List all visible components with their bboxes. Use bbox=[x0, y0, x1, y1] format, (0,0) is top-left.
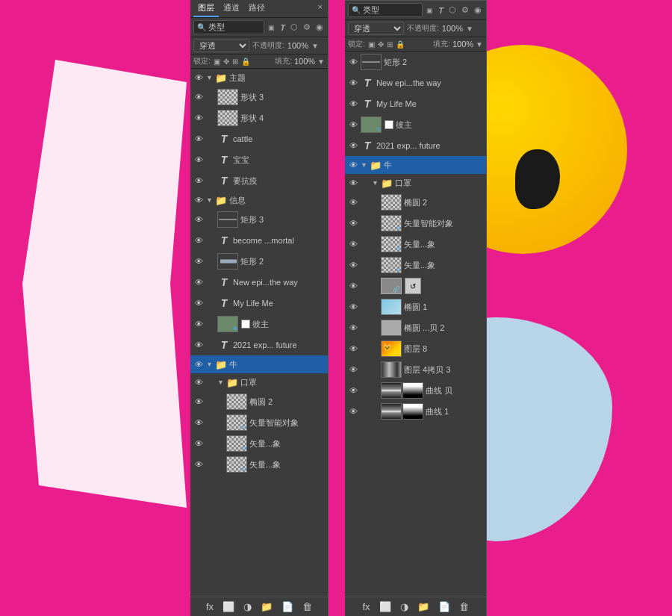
right-filter-toggle[interactable]: ◉ bbox=[473, 4, 483, 16]
tab-paths[interactable]: 路径 bbox=[244, 0, 270, 17]
fill-arrow[interactable]: ▼ bbox=[317, 57, 325, 66]
arrow-theme[interactable]: ▼ bbox=[206, 74, 213, 81]
right-fill-value[interactable]: 100% bbox=[452, 40, 473, 49]
right-filter-pixel-icon[interactable]: ▣ bbox=[425, 6, 435, 15]
eye-mask-group[interactable]: 👁 bbox=[193, 378, 204, 387]
right-layer-group-mask[interactable]: 👁 ▼ 📁 口罩 bbox=[345, 174, 486, 192]
eye-vector-xiang2[interactable]: 👁 bbox=[193, 460, 204, 469]
layer-shape3[interactable]: 👁 形状 3 bbox=[190, 87, 328, 108]
layer-ellipse2[interactable]: 👁 椭圆 2 bbox=[190, 391, 328, 412]
layer-group-theme[interactable]: 👁 ▼ 📁 主题 bbox=[190, 69, 328, 87]
arrow-info[interactable]: ▼ bbox=[206, 196, 213, 204]
right-delete-button[interactable]: 🗑 bbox=[456, 600, 472, 614]
eye-zhuzhu[interactable]: 👁 bbox=[193, 320, 204, 329]
right-new-layer-button[interactable]: 📄 bbox=[435, 600, 453, 614]
right-lock-pixel-btn[interactable]: ▣ bbox=[367, 40, 376, 49]
eye-cow[interactable]: 👁 bbox=[193, 360, 204, 369]
right-layer-group-cow[interactable]: 👁 ▼ 📁 牛 bbox=[345, 156, 486, 174]
right-fill-arrow[interactable]: ▼ bbox=[476, 40, 483, 49]
right-eye-ellipse1[interactable]: 👁 bbox=[348, 302, 358, 311]
eye-shape3[interactable]: 👁 bbox=[193, 93, 204, 102]
layer-baobao[interactable]: 👁 T 宝宝 bbox=[190, 149, 328, 170]
right-eye-image4copy3[interactable]: 👁 bbox=[348, 365, 358, 374]
right-filter-shape-icon[interactable]: ⬡ bbox=[447, 4, 458, 16]
layer-rect2[interactable]: 👁 矩形 2 bbox=[190, 251, 328, 272]
layer-cattle[interactable]: 👁 T cattle bbox=[190, 128, 328, 149]
filter-pixel-icon[interactable]: ▣ bbox=[267, 23, 276, 32]
layer-new-epi-way[interactable]: 👁 T New epi...the way bbox=[190, 272, 328, 293]
right-fx-button[interactable]: fx bbox=[359, 600, 373, 614]
right-eye-ellipse2[interactable]: 👁 bbox=[348, 198, 358, 207]
add-mask-button[interactable]: ⬜ bbox=[220, 600, 237, 614]
eye-become-mortal[interactable]: 👁 bbox=[193, 236, 204, 245]
right-group-button[interactable]: 📁 bbox=[414, 600, 432, 614]
right-layer-ellipse1[interactable]: 👁 椭圆 1 bbox=[345, 296, 486, 317]
lock-pixel-btn[interactable]: ▣ bbox=[213, 57, 221, 66]
arrow-mask[interactable]: ▼ bbox=[217, 379, 224, 386]
filter-shape-icon[interactable]: ⬡ bbox=[289, 22, 299, 33]
right-layer-2021[interactable]: 👁 T 2021 exp... future bbox=[345, 135, 486, 156]
right-arrow-mask[interactable]: ▼ bbox=[372, 179, 379, 187]
layer-become-mortal[interactable]: 👁 T become ...mortal bbox=[190, 230, 328, 251]
right-eye-image8[interactable]: 👁 bbox=[348, 344, 358, 353]
lock-artboard-btn[interactable]: ⊞ bbox=[231, 57, 239, 66]
lock-all-btn[interactable]: 🔒 bbox=[240, 57, 251, 66]
right-layer-zhuzhu[interactable]: 👁 ⚙ 彼主 bbox=[345, 114, 486, 135]
right-eye-curve-bei[interactable]: 👁 bbox=[348, 386, 358, 395]
right-eye-special[interactable]: 👁 bbox=[348, 281, 358, 290]
right-filter-text-icon[interactable]: T bbox=[437, 5, 445, 16]
eye-shape4[interactable]: 👁 bbox=[193, 113, 204, 122]
right-layer-new-epi[interactable]: 👁 T New epi...the way bbox=[345, 72, 486, 93]
right-layer-special[interactable]: 👁 🔗 ↺ bbox=[345, 276, 486, 296]
eye-baobao[interactable]: 👁 bbox=[193, 155, 204, 164]
eye-info[interactable]: 👁 bbox=[193, 196, 204, 205]
right-filter-type-box[interactable]: 🔍 类型 bbox=[348, 3, 423, 17]
right-layer-mylife[interactable]: 👁 T My Life Me bbox=[345, 93, 486, 114]
lock-move-btn[interactable]: ✥ bbox=[223, 57, 230, 66]
eye-new-epi-way[interactable]: 👁 bbox=[193, 278, 204, 287]
arrow-cow[interactable]: ▼ bbox=[206, 361, 213, 368]
tab-channels[interactable]: 通道 bbox=[219, 0, 244, 17]
right-layer-ellipse-copy2[interactable]: 👁 椭圆 ...贝 2 bbox=[345, 317, 486, 338]
right-layer-image8[interactable]: 👁 🐱 图层 8 bbox=[345, 338, 486, 359]
eye-cattle[interactable]: 👁 bbox=[193, 134, 204, 143]
right-blend-mode-select[interactable]: 穿透 正常 bbox=[348, 22, 404, 35]
eye-rect2[interactable]: 👁 bbox=[193, 257, 204, 266]
right-eye-cow[interactable]: 👁 bbox=[348, 161, 358, 169]
filter-type-box[interactable]: 🔍 类型 bbox=[193, 20, 264, 34]
layer-group-mask[interactable]: 👁 ▼ 📁 口罩 bbox=[190, 373, 328, 391]
right-eye-vector-smart[interactable]: 👁 bbox=[348, 219, 358, 228]
right-layer-image4copy3[interactable]: 👁 图层 4拷贝 3 bbox=[345, 359, 486, 380]
layer-shape4[interactable]: 👁 形状 4 bbox=[190, 108, 328, 128]
adjustment-button[interactable]: ◑ bbox=[240, 600, 255, 614]
right-eye-new-epi[interactable]: 👁 bbox=[348, 78, 358, 87]
layer-vector-smart[interactable]: 👁 ⚙ 矢量智能对象 bbox=[190, 412, 328, 433]
group-button[interactable]: 📁 bbox=[258, 600, 276, 614]
eye-yaokangyi[interactable]: 👁 bbox=[193, 176, 204, 185]
right-eye-mylife[interactable]: 👁 bbox=[348, 99, 358, 108]
opacity-value[interactable]: 100% bbox=[287, 41, 308, 50]
right-filter-smart-icon[interactable]: ⚙ bbox=[460, 4, 470, 16]
right-arrow-cow[interactable]: ▼ bbox=[361, 161, 367, 169]
right-layer-curve1[interactable]: 👁 曲线 1 bbox=[345, 401, 486, 422]
right-layer-vector1[interactable]: 👁 ⚙ 矢量...象 bbox=[345, 234, 486, 255]
right-lock-move-btn[interactable]: ✥ bbox=[377, 40, 385, 49]
filter-toggle[interactable]: ◉ bbox=[314, 22, 325, 33]
filter-smart-icon[interactable]: ⚙ bbox=[302, 22, 312, 33]
blend-mode-select[interactable]: 穿透 正常 bbox=[193, 39, 249, 52]
eye-theme[interactable]: 👁 bbox=[193, 73, 204, 82]
right-opacity-value[interactable]: 100% bbox=[442, 24, 463, 33]
right-lock-all-btn[interactable]: 🔒 bbox=[395, 40, 405, 49]
right-eye-zhuzhu[interactable]: 👁 bbox=[348, 120, 358, 129]
right-eye-curve1[interactable]: 👁 bbox=[348, 407, 358, 416]
right-opacity-arrow[interactable]: ▼ bbox=[466, 25, 473, 33]
layer-yaokangyi[interactable]: 👁 T 要抗疫 bbox=[190, 170, 328, 191]
eye-2021exp[interactable]: 👁 bbox=[193, 340, 204, 349]
eye-vector-smart[interactable]: 👁 bbox=[193, 418, 204, 427]
layer-rect3[interactable]: 👁 矩形 3 bbox=[190, 209, 328, 230]
panel-close-btn[interactable]: × bbox=[316, 0, 325, 17]
layer-2021exp[interactable]: 👁 T 2021 exp... future bbox=[190, 335, 328, 355]
right-layer-vector2[interactable]: 👁 ⚙ 矢量...象 bbox=[345, 255, 486, 276]
filter-text-icon[interactable]: T bbox=[279, 22, 287, 33]
right-eye-mask[interactable]: 👁 bbox=[348, 178, 358, 187]
